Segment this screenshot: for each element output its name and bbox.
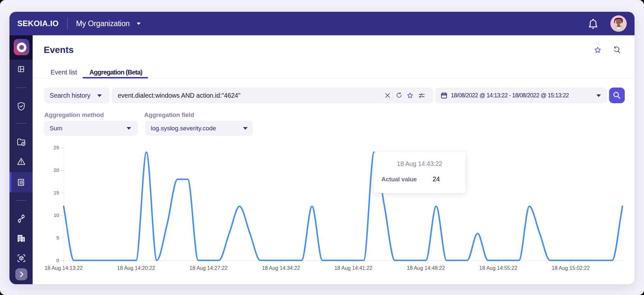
svg-text:0: 0: [56, 257, 59, 263]
svg-text:5: 5: [56, 235, 59, 240]
svg-text:18 Aug 14:27:22: 18 Aug 14:27:22: [190, 265, 228, 271]
svg-text:25: 25: [54, 145, 59, 150]
svg-text:15: 15: [54, 190, 59, 195]
svg-text:10: 10: [54, 212, 59, 218]
svg-text:18 Aug 14:48:22: 18 Aug 14:48:22: [407, 265, 445, 271]
svg-text:18 Aug 14:55:22: 18 Aug 14:55:22: [479, 265, 517, 271]
svg-text:18 Aug 14:13:22: 18 Aug 14:13:22: [45, 265, 83, 271]
svg-text:18 Aug 14:20:22: 18 Aug 14:20:22: [117, 265, 155, 271]
svg-text:20: 20: [54, 167, 59, 173]
svg-text:18 Aug 14:34:22: 18 Aug 14:34:22: [262, 265, 300, 271]
svg-text:18 Aug 15:02:22: 18 Aug 15:02:22: [552, 265, 590, 271]
svg-text:18 Aug 14:41:22: 18 Aug 14:41:22: [334, 265, 373, 271]
